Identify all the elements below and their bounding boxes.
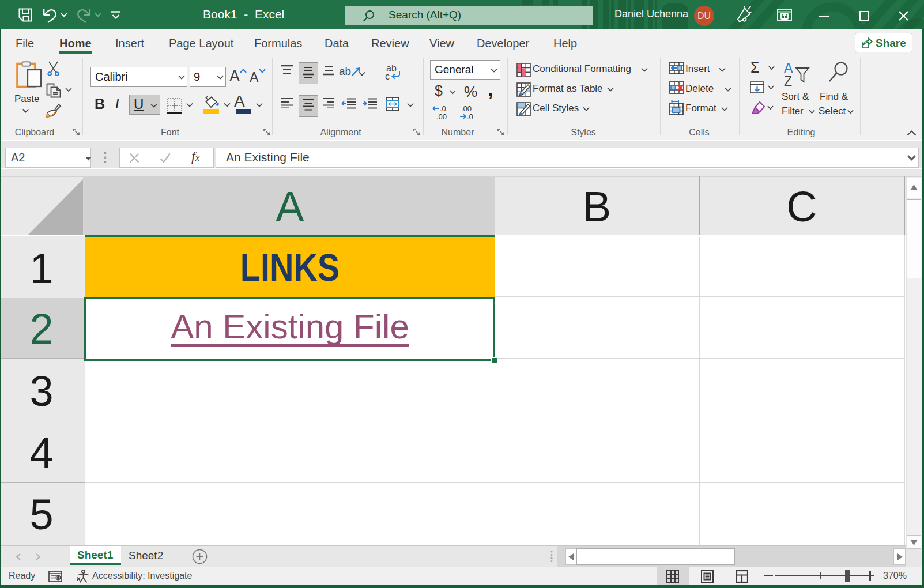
svg-text:.0: .0	[467, 112, 473, 120]
svg-text:.0: .0	[440, 105, 446, 113]
svg-text:c: c	[385, 71, 390, 81]
svg-text:.00: .00	[461, 105, 472, 113]
svg-text:Z: Z	[784, 74, 792, 87]
svg-text:.00: .00	[436, 112, 447, 120]
svg-text:ab: ab	[339, 65, 351, 77]
